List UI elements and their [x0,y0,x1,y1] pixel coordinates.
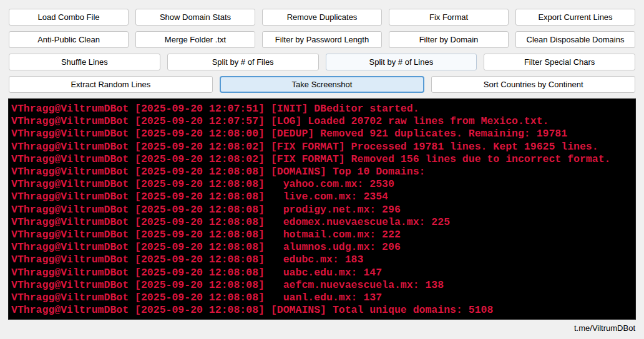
console-timestamp: [2025-09-20 12:08:08] [135,267,265,279]
console-line: VThragg@ViltrumDBot [2025-09-20 12:08:08… [11,254,633,266]
console-timestamp: [2025-09-20 12:08:08] [135,254,265,265]
console-timestamp: [2025-09-20 12:08:02] [135,141,265,153]
console-line: VThragg@ViltrumDBot [2025-09-20 12:08:02… [11,153,633,166]
console-user: VThragg@ViltrumDBot [11,204,129,216]
console-timestamp: [2025-09-20 12:07:51] [135,103,265,115]
console-message: [LOG] Loaded 20702 raw lines from Mexico… [271,115,549,127]
console-timestamp: [2025-09-20 12:08:08] [135,279,265,291]
console-user: VThragg@ViltrumDBot [11,141,129,153]
console-line: VThragg@ViltrumDBot [2025-09-20 12:08:08… [11,178,633,191]
console-user: VThragg@ViltrumDBot [11,304,129,316]
console-message: [DEDUP] Removed 921 duplicates. Remainin… [271,128,567,140]
fix-format-button[interactable]: Fix Format [389,9,509,26]
split-by-of-lines-button[interactable]: Split by # of Lines [326,54,477,70]
filter-by-password-length-button[interactable]: Filter by Password Length [262,31,382,48]
console-line: VThragg@ViltrumDBot [2025-09-20 12:08:08… [11,204,633,216]
console-timestamp: [2025-09-20 12:08:00] [135,128,265,140]
show-domain-stats-button[interactable]: Show Domain Stats [135,9,255,26]
console-message: uanl.edu.mx: 137 [271,292,382,303]
console-message: [INIT] DBeditor started. [271,103,419,115]
console-user: VThragg@ViltrumDBot [11,267,129,279]
toolbar-row: Anti-Public CleanMerge Folder .txtFilter… [9,31,635,48]
console-timestamp: [2025-09-20 12:08:08] [135,204,265,216]
console-line: VThragg@ViltrumDBot [2025-09-20 12:08:08… [11,304,633,317]
console-line: VThragg@ViltrumDBot [2025-09-20 12:08:08… [11,292,633,304]
telegram-link: t.me/ViltrumDBot [574,323,635,333]
console-line: VThragg@ViltrumDBot [2025-09-20 12:08:08… [11,229,633,241]
load-combo-file-button[interactable]: Load Combo File [9,9,129,26]
console-log[interactable]: VThragg@ViltrumDBot [2025-09-20 12:07:51… [8,98,636,320]
console-timestamp: [2025-09-20 12:08:08] [135,304,265,316]
console-user: VThragg@ViltrumDBot [11,166,129,178]
console-message: uabc.edu.mx: 147 [271,267,382,279]
toolbar-row: Load Combo FileShow Domain StatsRemove D… [9,9,635,26]
footer: t.me/ViltrumDBot [9,323,635,333]
console-line: VThragg@ViltrumDBot [2025-09-20 12:07:57… [11,115,633,128]
console-user: VThragg@ViltrumDBot [11,229,129,241]
console-timestamp: [2025-09-20 12:08:08] [135,178,265,190]
console-user: VThragg@ViltrumDBot [11,292,129,303]
console-user: VThragg@ViltrumDBot [11,279,129,291]
console-line: VThragg@ViltrumDBot [2025-09-20 12:08:08… [11,279,633,292]
console-message: hotmail.com.mx: 222 [271,229,401,241]
console-user: VThragg@ViltrumDBot [11,128,129,140]
console-line: VThragg@ViltrumDBot [2025-09-20 12:08:08… [11,216,633,229]
console-message: [FIX FORMAT] Processed 19781 lines. Kept… [271,141,598,153]
console-line: VThragg@ViltrumDBot [2025-09-20 12:07:51… [11,103,633,115]
extract-random-lines-button[interactable]: Extract Random Lines [9,76,213,93]
console-user: VThragg@ViltrumDBot [11,103,129,115]
toolbar: Load Combo FileShow Domain StatsRemove D… [0,0,644,93]
remove-duplicates-button[interactable]: Remove Duplicates [262,9,382,26]
clean-disposable-domains-button[interactable]: Clean Disposable Domains [515,31,635,48]
console-user: VThragg@ViltrumDBot [11,178,129,190]
toolbar-row: Shuffle LinesSplit by # of FilesSplit by… [9,54,635,70]
console-message: aefcm.nuevaescuela.mx: 138 [271,279,444,291]
console-message: yahoo.com.mx: 2530 [271,178,394,190]
merge-folder-txt-button[interactable]: Merge Folder .txt [135,31,255,48]
console-user: VThragg@ViltrumDBot [11,115,129,127]
console-timestamp: [2025-09-20 12:08:08] [135,216,265,228]
console-message: edomex.nuevaescuela.mx: 225 [271,216,450,228]
console-message: alumnos.udg.mx: 206 [271,241,401,253]
console-message: prodigy.net.mx: 296 [271,204,401,216]
filter-special-chars-button[interactable]: Filter Special Chars [484,54,635,70]
console-message: live.com.mx: 2354 [271,191,388,203]
console-message: [DOMAINS] Total unique domains: 5108 [271,304,493,316]
console-user: VThragg@ViltrumDBot [11,191,129,203]
toolbar-row: Extract Random LinesTake ScreenshotSort … [9,76,635,93]
console-line: VThragg@ViltrumDBot [2025-09-20 12:08:08… [11,267,633,279]
console-timestamp: [2025-09-20 12:07:57] [135,115,265,127]
console-timestamp: [2025-09-20 12:08:08] [135,191,265,203]
console-user: VThragg@ViltrumDBot [11,254,129,265]
console-user: VThragg@ViltrumDBot [11,241,129,253]
shuffle-lines-button[interactable]: Shuffle Lines [9,54,160,70]
split-by-of-files-button[interactable]: Split by # of Files [167,54,319,70]
console-message: [DOMAINS] Top 10 Domains: [271,166,426,178]
filter-by-domain-button[interactable]: Filter by Domain [389,31,509,48]
console-message: [FIX FORMAT] Removed 156 lines due to in… [271,153,611,165]
console-timestamp: [2025-09-20 12:08:02] [135,153,265,165]
console-line: VThragg@ViltrumDBot [2025-09-20 12:08:08… [11,241,633,254]
console-timestamp: [2025-09-20 12:08:08] [135,229,265,241]
export-current-lines-button[interactable]: Export Current Lines [515,9,635,26]
sort-countries-by-continent-button[interactable]: Sort Countries by Continent [431,76,635,93]
console-line: VThragg@ViltrumDBot [2025-09-20 12:08:08… [11,191,633,203]
console-line: VThragg@ViltrumDBot [2025-09-20 12:08:02… [11,141,633,153]
console-line: VThragg@ViltrumDBot [2025-09-20 12:08:00… [11,128,633,140]
console-timestamp: [2025-09-20 12:08:08] [135,166,265,178]
take-screenshot-button[interactable]: Take Screenshot [220,76,425,93]
console-timestamp: [2025-09-20 12:08:08] [135,292,265,303]
console-user: VThragg@ViltrumDBot [11,216,129,228]
anti-public-clean-button[interactable]: Anti-Public Clean [9,31,129,48]
console-message: edubc.mx: 183 [271,254,364,265]
console-user: VThragg@ViltrumDBot [11,153,129,165]
console-timestamp: [2025-09-20 12:08:08] [135,241,265,253]
console-line: VThragg@ViltrumDBot [2025-09-20 12:08:08… [11,166,633,178]
